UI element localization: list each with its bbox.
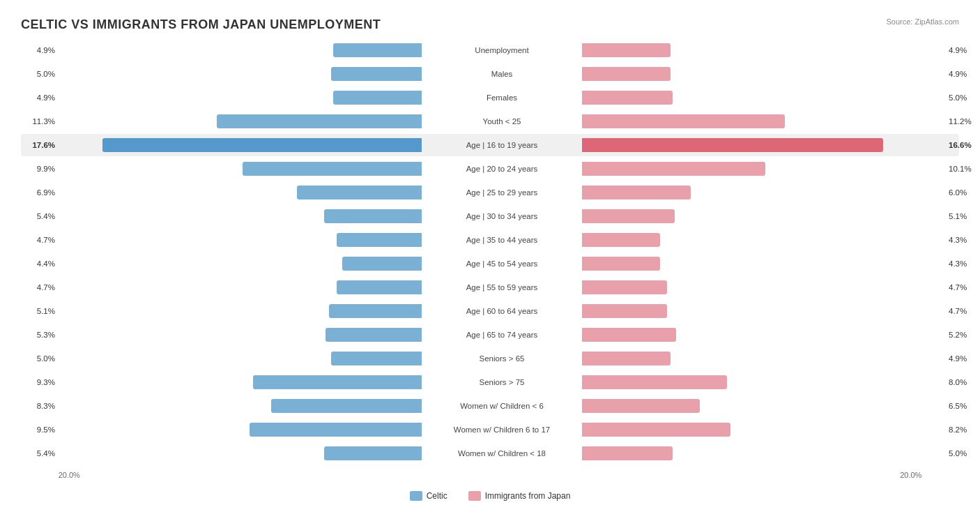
celtic-label: Celtic xyxy=(427,491,447,501)
left-bar-area xyxy=(59,280,422,294)
right-bar-area xyxy=(582,423,944,437)
chart-row: 4.9% Unemployment 4.9% xyxy=(21,39,959,61)
left-value: 4.9% xyxy=(21,93,59,102)
center-label: Women w/ Children < 6 xyxy=(422,402,582,410)
left-bar xyxy=(326,328,422,342)
right-bar xyxy=(582,186,691,199)
chart-row: 6.9% Age | 25 to 29 years 6.0% xyxy=(21,181,959,204)
right-bar xyxy=(582,257,660,271)
left-bar-area xyxy=(59,138,422,152)
right-bar-area xyxy=(582,233,944,247)
center-label: Males xyxy=(422,70,582,78)
chart-row: 4.7% Age | 55 to 59 years 4.7% xyxy=(21,276,959,299)
chart-title: CELTIC VS IMMIGRANTS FROM JAPAN UNEMPLOY… xyxy=(21,17,959,32)
center-label: Age | 30 to 34 years xyxy=(422,212,582,220)
axis-row-bottom: 20.0% 20.0% xyxy=(21,469,959,481)
right-value: 4.9% xyxy=(944,46,980,54)
right-bar xyxy=(582,91,673,105)
left-bar xyxy=(253,375,422,389)
left-bar-area xyxy=(59,114,422,128)
right-value: 8.0% xyxy=(944,378,980,386)
axis-right-label: 20.0% xyxy=(568,471,921,479)
right-bar-area xyxy=(582,257,944,271)
right-value: 11.2% xyxy=(944,117,980,126)
right-value: 5.1% xyxy=(944,212,980,220)
chart-row: 5.4% Age | 30 to 34 years 5.1% xyxy=(21,205,959,227)
chart-row: 5.0% Males 4.9% xyxy=(21,63,959,85)
left-bar-area xyxy=(59,375,422,389)
right-value: 4.9% xyxy=(944,70,980,78)
left-bar xyxy=(271,399,422,413)
right-value: 4.3% xyxy=(944,259,980,268)
right-bar-area xyxy=(582,280,944,294)
center-label: Unemployment xyxy=(422,46,582,54)
left-bar xyxy=(333,91,422,105)
center-label: Age | 60 to 64 years xyxy=(422,307,582,315)
center-label: Age | 16 to 19 years xyxy=(422,141,582,149)
left-bar xyxy=(342,257,422,271)
chart-row: 5.1% Age | 60 to 64 years 4.7% xyxy=(21,300,959,322)
left-value: 5.3% xyxy=(21,331,59,339)
center-label: Women w/ Children 6 to 17 xyxy=(422,425,582,434)
left-bar xyxy=(337,233,422,247)
left-bar-area xyxy=(59,446,422,460)
chart-row: 9.5% Women w/ Children 6 to 17 8.2% xyxy=(21,418,959,441)
left-value: 4.7% xyxy=(21,236,59,244)
left-value: 9.3% xyxy=(21,378,59,386)
right-bar-area xyxy=(582,209,944,223)
left-bar-area xyxy=(59,43,422,57)
center-label: Age | 45 to 54 years xyxy=(422,259,582,268)
right-bar-area xyxy=(582,43,944,57)
right-bar-area xyxy=(582,91,944,105)
left-bar-area xyxy=(59,328,422,342)
chart-row: 9.9% Age | 20 to 24 years 10.1% xyxy=(21,158,959,180)
right-bar xyxy=(582,328,676,342)
right-bar xyxy=(582,209,675,223)
left-bar-area xyxy=(59,186,422,199)
chart-row: 11.3% Youth < 25 11.2% xyxy=(21,110,959,133)
right-value: 8.2% xyxy=(944,425,980,434)
left-bar-area xyxy=(59,257,422,271)
right-value: 5.0% xyxy=(944,449,980,458)
right-bar xyxy=(582,399,700,413)
right-value: 5.2% xyxy=(944,331,980,339)
right-value: 4.7% xyxy=(944,307,980,315)
center-label: Women w/ Children < 18 xyxy=(422,449,582,458)
source-text: Source: ZipAtlas.com xyxy=(886,17,959,26)
left-bar xyxy=(324,209,422,223)
left-value: 4.4% xyxy=(21,259,59,268)
center-label: Seniors > 65 xyxy=(422,354,582,363)
chart-row: 4.7% Age | 35 to 44 years 4.3% xyxy=(21,229,959,251)
right-bar xyxy=(582,43,671,57)
japan-swatch xyxy=(468,491,481,501)
center-label: Seniors > 75 xyxy=(422,378,582,386)
left-bar xyxy=(102,138,422,152)
celtic-swatch xyxy=(410,491,422,501)
right-value: 4.9% xyxy=(944,354,980,363)
right-bar-area xyxy=(582,114,944,128)
left-bar xyxy=(243,162,422,176)
right-bar-area xyxy=(582,186,944,199)
center-label: Age | 20 to 24 years xyxy=(422,165,582,173)
right-value: 5.0% xyxy=(944,93,980,102)
left-value: 5.4% xyxy=(21,212,59,220)
center-label: Age | 25 to 29 years xyxy=(422,188,582,197)
chart-row: 5.4% Women w/ Children < 18 5.0% xyxy=(21,442,959,465)
left-bar xyxy=(331,352,422,365)
left-bar-area xyxy=(59,423,422,437)
legend: Celtic Immigrants from Japan xyxy=(21,491,959,501)
chart-row: 5.3% Age | 65 to 74 years 5.2% xyxy=(21,324,959,346)
right-bar xyxy=(582,162,765,176)
right-value: 4.7% xyxy=(944,283,980,292)
center-label: Youth < 25 xyxy=(422,117,582,126)
legend-japan: Immigrants from Japan xyxy=(468,491,571,501)
left-value: 5.4% xyxy=(21,449,59,458)
left-bar-area xyxy=(59,304,422,318)
right-bar xyxy=(582,233,660,247)
right-value: 6.0% xyxy=(944,188,980,197)
right-bar xyxy=(582,280,667,294)
axis-left-label: 20.0% xyxy=(59,471,412,479)
right-value: 16.6% xyxy=(944,141,980,149)
left-value: 11.3% xyxy=(21,117,59,126)
left-bar-area xyxy=(59,162,422,176)
